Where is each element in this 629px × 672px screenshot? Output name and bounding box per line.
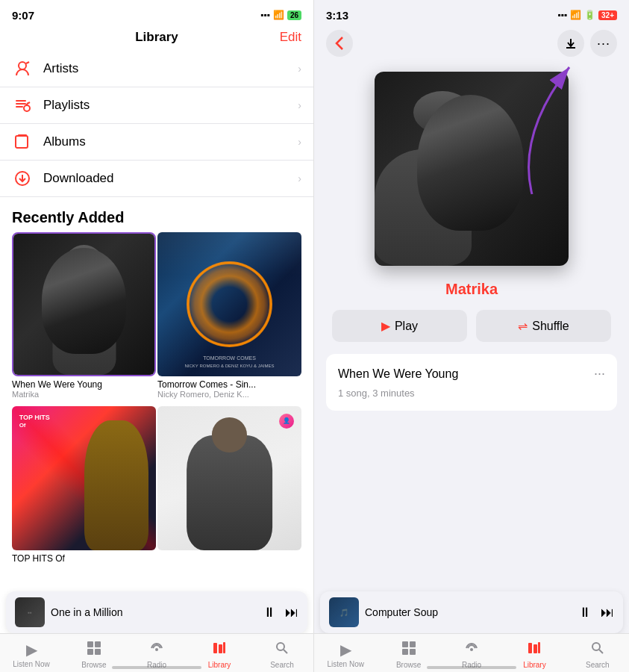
- right-radio-icon: [464, 641, 479, 659]
- right-status-icons: ▪▪▪ 📶 🔋 32+: [557, 10, 617, 20]
- right-pause-button[interactable]: ⏸: [578, 605, 592, 620]
- album-card-0[interactable]: When We Were Young Matrika: [12, 232, 156, 405]
- svg-point-16: [155, 648, 158, 651]
- right-tab-search[interactable]: Search: [566, 638, 629, 669]
- svg-line-34: [599, 650, 603, 653]
- library-item-albums[interactable]: Albums ›: [0, 124, 313, 161]
- left-library-label: Library: [208, 661, 231, 669]
- shuffle-label: Shuffle: [532, 320, 569, 333]
- right-tab-browse[interactable]: Browse: [377, 638, 439, 669]
- album-info-2: TOP HITS Of: [12, 550, 156, 570]
- albums-icon: [12, 131, 33, 152]
- shuffle-button[interactable]: ⇌ Shuffle: [476, 310, 611, 342]
- album-card-1[interactable]: TOMORROW COMESNICKY ROMERO & DENIZ KOYU …: [157, 232, 301, 405]
- play-button[interactable]: ▶ Play: [332, 310, 467, 342]
- svg-rect-14: [87, 649, 93, 655]
- downloaded-label: Downloaded: [43, 171, 298, 186]
- albums-grid: When We Were Young Matrika TOMORROW COME…: [0, 232, 313, 570]
- left-radio-icon: [149, 641, 164, 659]
- right-now-playing[interactable]: 🎵 Computer Soup ⏸ ⏭: [320, 591, 623, 633]
- album-art-2: TOP HITSOf: [12, 406, 156, 550]
- back-button[interactable]: [326, 30, 353, 57]
- album-info-3: [157, 550, 301, 559]
- left-nav-title: Library: [135, 30, 178, 45]
- right-library-icon: [527, 641, 542, 659]
- album-hero: [314, 57, 629, 275]
- left-browse-label: Browse: [81, 661, 106, 669]
- svg-rect-28: [410, 649, 416, 655]
- right-battery-badge: 32+: [598, 10, 617, 20]
- right-tab-radio[interactable]: Radio: [440, 638, 503, 669]
- left-home-indicator: [112, 666, 201, 669]
- right-np-title: Computer Soup: [365, 606, 572, 618]
- album-artist-1: Nicky Romero, Deniz K...: [157, 390, 301, 399]
- left-np-controls: ⏸ ⏭: [263, 605, 298, 620]
- svg-rect-9: [18, 134, 27, 136]
- downloaded-chevron: ›: [298, 172, 301, 184]
- album-card-3[interactable]: 👤: [157, 406, 301, 570]
- svg-point-0: [19, 62, 26, 69]
- edit-button[interactable]: Edit: [280, 30, 301, 45]
- album-info-1: Tomorrow Comes - Sin... Nicky Romero, De…: [157, 376, 301, 405]
- left-browse-icon: [87, 641, 101, 659]
- album-card-2[interactable]: TOP HITSOf TOP HITS Of: [12, 406, 156, 570]
- right-skip-button[interactable]: ⏭: [601, 605, 614, 620]
- svg-rect-12: [87, 641, 93, 647]
- artist-name-hero: Matrika: [314, 275, 629, 310]
- playlists-label: Playlists: [43, 98, 298, 113]
- left-status-time: 9:07: [12, 9, 34, 22]
- left-skip-button[interactable]: ⏭: [285, 605, 298, 620]
- artists-chevron: ›: [298, 63, 301, 75]
- more-options-button[interactable]: ···: [590, 30, 617, 57]
- albums-chevron: ›: [298, 136, 301, 148]
- left-nav-header: Library Edit: [0, 27, 313, 51]
- right-tab-listen-now[interactable]: ▶ Listen Now: [314, 638, 377, 668]
- left-library-icon: [212, 641, 227, 659]
- song-more-button[interactable]: ···: [594, 366, 605, 382]
- left-tab-browse[interactable]: Browse: [63, 638, 125, 669]
- left-now-playing[interactable]: ▪▪ One in a Million ⏸ ⏭: [6, 591, 307, 633]
- svg-rect-31: [533, 644, 537, 653]
- right-tab-library[interactable]: Library: [503, 638, 566, 669]
- library-item-artists[interactable]: Artists ›: [0, 51, 313, 87]
- download-button[interactable]: [557, 30, 584, 57]
- recently-added-header: Recently Added: [0, 197, 313, 232]
- svg-line-21: [284, 650, 287, 653]
- play-label: Play: [395, 320, 418, 333]
- albums-label: Albums: [43, 134, 298, 149]
- album-title-2: TOP HITS Of: [12, 553, 156, 564]
- svg-line-1: [26, 62, 29, 63]
- song-section: When We Were Young ··· 1 song, 3 minutes: [326, 354, 617, 411]
- right-browse-label: Browse: [396, 661, 421, 669]
- album-info-0: When We Were Young Matrika: [12, 376, 156, 405]
- battery-badge: 26: [287, 10, 301, 20]
- left-tab-library[interactable]: Library: [188, 638, 251, 669]
- right-listen-now-label: Listen Now: [327, 660, 363, 668]
- right-search-icon: [590, 641, 605, 659]
- right-listen-now-icon: ▶: [340, 641, 351, 659]
- song-row: When We Were Young ···: [338, 363, 605, 385]
- left-tab-search[interactable]: Search: [251, 638, 313, 669]
- left-pause-button[interactable]: ⏸: [263, 605, 276, 620]
- left-tab-listen-now[interactable]: ▶ Listen Now: [0, 638, 63, 668]
- svg-rect-4: [16, 106, 23, 108]
- svg-rect-13: [95, 641, 101, 647]
- downloaded-icon: [12, 168, 33, 189]
- playlists-chevron: ›: [298, 99, 301, 111]
- svg-rect-8: [16, 136, 28, 148]
- signal-icon: ▪▪▪: [260, 10, 270, 20]
- album-art-3: 👤: [157, 406, 301, 550]
- right-np-controls: ⏸ ⏭: [578, 605, 614, 620]
- wifi-icon: 📶: [273, 10, 284, 20]
- library-item-playlists[interactable]: Playlists ›: [0, 87, 313, 124]
- play-icon: ▶: [381, 319, 390, 333]
- svg-rect-26: [410, 641, 416, 647]
- right-panel: 3:13 ▪▪▪ 📶 🔋 32+ ···: [314, 0, 629, 672]
- library-item-downloaded[interactable]: Downloaded ›: [0, 161, 313, 197]
- action-buttons: ▶ Play ⇌ Shuffle: [314, 310, 629, 354]
- svg-rect-27: [402, 649, 408, 655]
- svg-rect-2: [16, 100, 26, 102]
- left-tab-radio[interactable]: Radio: [125, 638, 188, 669]
- svg-rect-15: [95, 649, 101, 655]
- svg-point-20: [277, 643, 284, 650]
